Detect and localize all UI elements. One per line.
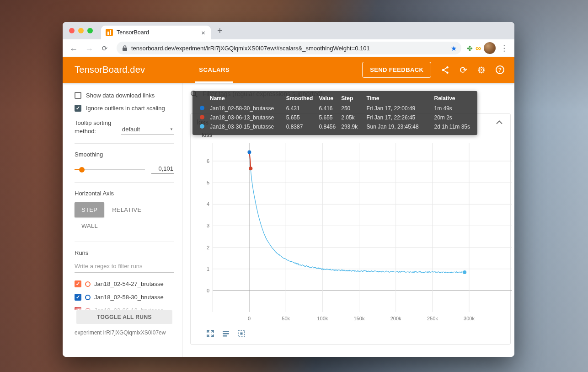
runs-list: ✓Jan18_02-54-27_brutasse✓Jan18_02-58-30_…: [75, 277, 174, 310]
tooltip-row: Jan18_02-58-30_brutasse6.4316.416250Fri …: [197, 104, 473, 113]
svg-text:4: 4: [207, 201, 209, 207]
fit-domain-icon[interactable]: [235, 328, 247, 340]
browser-window: TensorBoard × + ← → ⟳ tensorboard.dev/ex…: [63, 22, 514, 357]
tooltip-cell: 5.655: [316, 113, 339, 122]
url-text: tensorboard.dev/experiment/irRl7jXGQlqml…: [131, 45, 447, 52]
brand-title[interactable]: TensorBoard.dev: [75, 65, 145, 75]
tooltip-cell: Sun Jan 19, 23:45:48: [364, 122, 432, 131]
svg-text:6: 6: [207, 158, 209, 164]
axis-option-step[interactable]: STEP: [75, 202, 104, 217]
tooltip-header: Step: [338, 93, 363, 104]
tooltip-cell: Jan18_03-06-13_brutasse: [207, 113, 283, 122]
send-feedback-button[interactable]: SEND FEEDBACK: [362, 62, 431, 78]
svg-text:250k: 250k: [427, 316, 438, 321]
scalars-main: loss loss 0123456050k100k150k200k250k300…: [183, 83, 514, 357]
new-tab-button[interactable]: +: [217, 26, 223, 35]
tooltip-cell: 2.05k: [338, 113, 363, 122]
back-button[interactable]: ←: [67, 42, 80, 54]
tooltip-row: Jan18_03-06-13_brutasse5.6555.6552.05kFr…: [197, 113, 473, 122]
svg-text:200k: 200k: [390, 316, 401, 321]
toggle-all-runs-button[interactable]: TOGGLE ALL RUNS: [76, 310, 172, 324]
reload-button[interactable]: ⟳: [98, 42, 111, 54]
tooltip-header: Name: [207, 93, 283, 104]
experiment-id-label: experiment irRl7jXGQlqmlxXS0I07ew: [75, 329, 174, 336]
show-download-links-checkbox[interactable]: [75, 92, 81, 99]
minimize-window-button[interactable]: [78, 28, 84, 33]
axis-buttons: STEPRELATIVEWALL: [75, 202, 171, 233]
run-row: ✓Jan18_02-54-27_brutasse: [75, 277, 174, 291]
svg-text:3: 3: [207, 223, 209, 228]
tooltip-cell: 0.8456: [316, 122, 339, 131]
smoothing-slider[interactable]: [75, 169, 145, 170]
run-row: ✓Jan18_02-58-30_brutasse: [75, 291, 174, 304]
run-color-dot-icon: [200, 124, 204, 129]
run-solo-radio[interactable]: [85, 281, 91, 287]
browser-toolbar: ← → ⟳ tensorboard.dev/experiment/irRl7jX…: [63, 39, 514, 57]
horizontal-axis-label: Horizontal Axis: [75, 190, 174, 197]
lock-icon: [122, 45, 128, 51]
browser-menu-icon[interactable]: ⋮: [498, 43, 510, 53]
tab-tensorboard[interactable]: TensorBoard ×: [101, 26, 211, 39]
view-data-icon[interactable]: [220, 328, 232, 340]
tooltip-table: NameSmoothedValueStepTimeRelative Jan18_…: [197, 93, 473, 131]
close-window-button[interactable]: [69, 28, 75, 33]
bookmark-star-icon[interactable]: ★: [451, 45, 457, 52]
svg-text:0: 0: [248, 316, 251, 321]
profile-avatar[interactable]: [484, 42, 496, 54]
run-solo-radio[interactable]: [85, 295, 91, 300]
run-name-label: Jan18_02-54-27_brutasse: [94, 280, 164, 287]
run-color-dot-icon: [200, 106, 204, 110]
tooltip-cell: 6.416: [316, 104, 339, 113]
tooltip-sorting-dropdown[interactable]: default ▼: [121, 125, 174, 135]
svg-text:0: 0: [207, 288, 209, 293]
loss-line-chart: 0123456050k100k150k200k250k300k: [197, 138, 514, 327]
help-icon[interactable]: ?: [496, 65, 504, 74]
run-checkbox[interactable]: ✓: [75, 307, 81, 310]
run-name-label: Jan18_03-06-13_brutasse: [94, 307, 164, 310]
extension-icon[interactable]: ✤: [467, 45, 473, 52]
ignore-outliers-checkbox[interactable]: ✓: [75, 105, 81, 112]
run-name-label: Jan18_02-58-30_brutasse: [94, 294, 164, 301]
forward-button[interactable]: →: [83, 42, 96, 54]
tab-close-icon[interactable]: ×: [199, 28, 207, 37]
show-download-links-label: Show data download links: [86, 92, 155, 99]
page-content: Show data download links ✓ Ignore outlie…: [63, 83, 514, 357]
tooltip-header: Relative: [432, 93, 473, 104]
tooltip-cell: 0.8387: [283, 122, 316, 131]
run-checkbox[interactable]: ✓: [75, 280, 81, 287]
run-checkbox[interactable]: ✓: [75, 294, 81, 301]
tooltip-cell: Jan18_02-58-30_brutasse: [207, 104, 283, 113]
tooltip-header: Smoothed: [283, 93, 316, 104]
zoom-window-button[interactable]: [87, 28, 93, 33]
svg-text:50k: 50k: [282, 316, 290, 321]
collapse-card-icon[interactable]: [496, 120, 503, 124]
colab-extension-icon[interactable]: ∞: [476, 44, 481, 52]
ignore-outliers-label: Ignore outliers in chart scaling: [86, 105, 165, 112]
svg-text:300k: 300k: [464, 316, 475, 321]
tensorboard-favicon-icon: [106, 29, 113, 36]
smoothing-slider-thumb[interactable]: [79, 167, 85, 173]
run-row: ✓Jan18_03-06-13_brutasse: [75, 304, 174, 310]
expand-chart-icon[interactable]: [204, 328, 216, 340]
tooltip-cell: 6.431: [283, 104, 316, 113]
svg-text:2: 2: [207, 245, 209, 250]
address-bar[interactable]: tensorboard.dev/experiment/irRl7jXGQlqml…: [117, 42, 461, 54]
runs-filter-input[interactable]: [75, 261, 174, 273]
divider: [75, 242, 174, 242]
share-icon[interactable]: [441, 66, 449, 74]
settings-gear-icon[interactable]: ⚙: [477, 65, 486, 75]
settings-sidebar: Show data download links ✓ Ignore outlie…: [63, 83, 183, 357]
tab-scalars[interactable]: SCALARS: [195, 57, 233, 83]
tooltip-cell: 20m 2s: [432, 113, 473, 122]
tooltip-cell: Fri Jan 17, 22:00:49: [364, 104, 432, 113]
tensorboard-header: TensorBoard.dev SCALARS SEND FEEDBACK ⟳ …: [63, 57, 514, 83]
svg-text:100k: 100k: [317, 316, 328, 321]
tab-title: TensorBoard: [117, 29, 196, 36]
chart-actions: [204, 328, 510, 340]
axis-option-wall[interactable]: WALL: [75, 218, 105, 233]
chevron-down-icon: ▼: [170, 127, 173, 131]
refresh-icon[interactable]: ⟳: [460, 65, 467, 75]
axis-option-relative[interactable]: RELATIVE: [105, 202, 148, 217]
tab-strip: TensorBoard × +: [63, 22, 514, 39]
smoothing-value-input[interactable]: [151, 165, 174, 174]
